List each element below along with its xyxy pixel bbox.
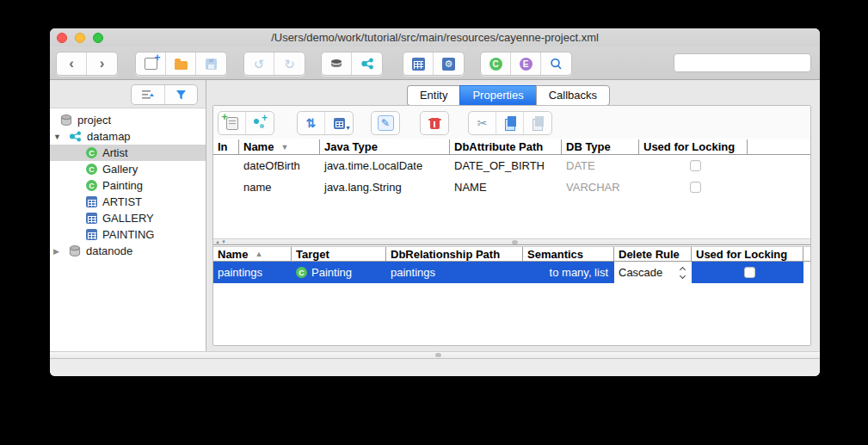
- chevron-right-icon: ›: [100, 56, 105, 71]
- search-field[interactable]: [674, 53, 811, 72]
- cell-java-type[interactable]: java.lang.String: [320, 176, 450, 198]
- copy-button[interactable]: [496, 112, 524, 134]
- database-icon: [69, 245, 81, 256]
- tab-callbacks[interactable]: Callbacks: [536, 85, 610, 106]
- cell-name[interactable]: name: [239, 176, 320, 198]
- new-procedure-button[interactable]: ⚙: [434, 53, 464, 75]
- column-header-locking[interactable]: Used for Locking: [692, 247, 803, 261]
- find-button[interactable]: [541, 53, 571, 75]
- paste-button[interactable]: [524, 112, 551, 134]
- split-grip[interactable]: [512, 240, 518, 244]
- bottom-split-divider[interactable]: [50, 351, 820, 359]
- column-header-locking[interactable]: Used for Locking: [639, 139, 748, 154]
- tree-item-datamap[interactable]: ▼ datamap: [50, 128, 206, 145]
- cell-java-type[interactable]: java.time.LocalDate: [320, 155, 450, 176]
- attribute-row-name[interactable]: name java.lang.String NAME VARCHAR: [213, 176, 810, 198]
- pencil-icon: ✎: [378, 115, 394, 131]
- tables-split-divider[interactable]: ▲▼: [213, 238, 810, 245]
- gear-icon: ⚙: [442, 58, 455, 71]
- edit-group: ✎: [371, 111, 400, 135]
- cut-button[interactable]: ✂: [469, 112, 496, 134]
- column-header-name[interactable]: Name▲: [213, 247, 292, 261]
- tree-item-datanode[interactable]: ▶ datanode: [50, 243, 206, 259]
- scissors-icon: ✂: [477, 116, 488, 130]
- column-header-dbrelationship-path[interactable]: DbRelationship Path: [386, 247, 523, 261]
- new-datanode-button[interactable]: [322, 53, 352, 75]
- tree-item-project[interactable]: project: [50, 112, 206, 128]
- search-input[interactable]: [684, 56, 820, 70]
- cell-semantics[interactable]: to many, list: [523, 262, 614, 283]
- new-attribute-button[interactable]: [219, 112, 246, 134]
- column-header-target[interactable]: Target: [292, 247, 386, 261]
- cell-db-type[interactable]: DATE: [562, 155, 639, 176]
- remove-button[interactable]: [421, 112, 448, 134]
- tree-item-db-painting[interactable]: PAINTING: [50, 226, 206, 243]
- new-relationship-button[interactable]: +: [246, 112, 274, 134]
- collapse-tree-button[interactable]: [132, 85, 165, 104]
- locking-checkbox[interactable]: [690, 160, 701, 171]
- cell-dbrelationship-path[interactable]: paintings: [386, 262, 523, 283]
- open-folder-icon: [175, 61, 188, 70]
- column-header-java-type[interactable]: Java Type: [320, 139, 450, 154]
- column-header-name[interactable]: Name▼: [239, 139, 320, 154]
- new-embeddable-button[interactable]: E: [511, 53, 541, 75]
- open-project-button[interactable]: [166, 53, 196, 75]
- split-collapse-icons[interactable]: ▲▼: [215, 239, 227, 244]
- save-button[interactable]: [196, 53, 226, 75]
- tree-item-painting[interactable]: C Painting: [50, 177, 206, 194]
- chevron-collapsed-icon[interactable]: ▶: [50, 247, 69, 256]
- cell-dbattribute-path[interactable]: DATE_OF_BIRTH: [450, 155, 562, 176]
- tree-item-artist[interactable]: C Artist: [50, 145, 206, 161]
- project-tree-sidebar: project ▼ datamap C Artist C Gallery C P…: [50, 80, 206, 351]
- undo-button[interactable]: ↺: [244, 53, 274, 75]
- column-header-delete-rule[interactable]: Delete Rule: [614, 247, 692, 261]
- locking-checkbox[interactable]: [744, 267, 755, 278]
- cell-in[interactable]: [213, 155, 239, 176]
- new-objentity-button[interactable]: C: [481, 53, 511, 75]
- titlebar: /Users/demo/work/tutorial/src/main/resou…: [50, 28, 820, 46]
- objentity-icon: C: [296, 267, 307, 278]
- undo-icon: ↺: [254, 58, 265, 71]
- copy-icon: [505, 119, 515, 131]
- relationship-row-paintings[interactable]: paintings C Painting paintings to many, …: [213, 262, 803, 283]
- cell-db-type[interactable]: VARCHAR: [562, 176, 639, 198]
- redo-button[interactable]: ↻: [274, 53, 305, 75]
- tree-item-label: project: [77, 114, 111, 127]
- tree-item-label: datamap: [87, 130, 131, 143]
- column-header-in[interactable]: In: [213, 139, 239, 154]
- tree-item-gallery[interactable]: C Gallery: [50, 161, 206, 177]
- sync-button[interactable]: ⇅: [298, 112, 325, 134]
- tab-entity[interactable]: Entity: [407, 85, 460, 106]
- edit-button[interactable]: ✎: [372, 112, 399, 134]
- database-icon: [60, 114, 72, 126]
- tree-item-label: ARTIST: [102, 195, 142, 208]
- locking-checkbox[interactable]: [690, 182, 701, 193]
- split-grip[interactable]: [435, 353, 441, 357]
- new-dbentity-button[interactable]: [403, 53, 434, 75]
- column-header-db-type[interactable]: DB Type: [562, 139, 639, 154]
- back-button[interactable]: ‹: [57, 53, 87, 75]
- delete-rule-combobox[interactable]: Cascade: [614, 262, 692, 283]
- chevron-expanded-icon[interactable]: ▼: [50, 133, 69, 141]
- forward-button[interactable]: ›: [87, 53, 117, 75]
- tree-item-db-artist[interactable]: ARTIST: [50, 194, 206, 210]
- cell-name[interactable]: paintings: [213, 262, 292, 283]
- new-datamap-button[interactable]: [352, 53, 382, 75]
- attribute-row-dateofbirth[interactable]: dateOfBirth java.time.LocalDate DATE_OF_…: [213, 155, 810, 176]
- tab-properties[interactable]: Properties: [459, 85, 535, 106]
- cell-in[interactable]: [213, 176, 239, 198]
- tree-item-db-gallery[interactable]: GALLERY: [50, 210, 206, 226]
- column-header-semantics[interactable]: Semantics: [523, 247, 614, 261]
- relationships-header: Name▲ Target DbRelationship Path Semanti…: [213, 246, 810, 262]
- filter-button[interactable]: [165, 85, 198, 104]
- table-menu-button[interactable]: ▾: [325, 112, 353, 134]
- create-group: +: [218, 111, 274, 135]
- new-project-button[interactable]: [136, 53, 166, 75]
- cell-name[interactable]: dateOfBirth: [239, 155, 320, 176]
- column-header-dbattribute-path[interactable]: DbAttribute Path: [450, 139, 562, 154]
- cell-dbattribute-path[interactable]: NAME: [450, 176, 562, 198]
- cell-target[interactable]: C Painting: [292, 262, 386, 283]
- cell-locking: [692, 262, 803, 283]
- tree-item-label: Gallery: [102, 163, 138, 176]
- stepper-arrows-icon[interactable]: [680, 268, 686, 278]
